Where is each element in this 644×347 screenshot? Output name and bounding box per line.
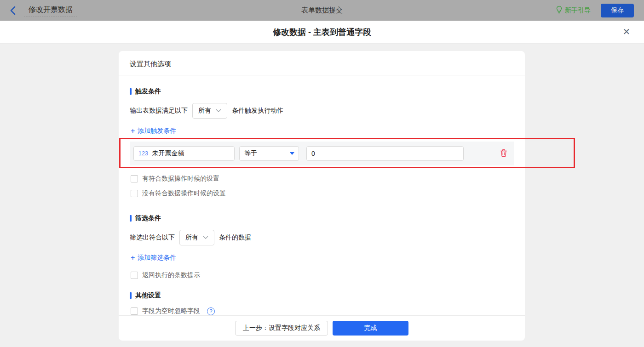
condition-value-input[interactable]: [306, 146, 464, 161]
plus-icon: +: [131, 254, 135, 262]
trigger-section-title: 触发条件: [130, 87, 514, 96]
chevron-down-icon: [216, 109, 221, 113]
condition-field-select[interactable]: 123 未开票金额: [133, 146, 235, 161]
section-accent-bar: [130, 215, 132, 222]
no-match-checkbox[interactable]: [131, 190, 138, 197]
section-accent-bar: [130, 88, 132, 95]
ignore-empty-label: 字段为空时忽略字段: [142, 307, 200, 315]
card-footer: 上一步：设置字段对应关系 完成: [119, 315, 525, 341]
section-accent-bar: [130, 292, 132, 299]
filter-sentence-suffix: 条件的数据: [219, 233, 251, 242]
has-match-label: 有符合数据操作时候的设置: [142, 175, 219, 183]
add-filter-condition-link[interactable]: + 添加筛选条件: [131, 254, 176, 262]
dialog-title: 修改数据 - 主表到普通字段: [273, 27, 371, 38]
filter-sentence-prefix: 筛选出符合以下: [130, 233, 175, 242]
condition-operator-value: 等于: [240, 149, 285, 158]
back-button[interactable]: [10, 6, 16, 15]
no-match-label: 没有符合数据操作时候的设置: [142, 189, 226, 198]
previous-step-button[interactable]: 上一步：设置字段对应关系: [235, 321, 328, 336]
chevron-left-icon: [10, 6, 16, 15]
close-icon[interactable]: ✕: [620, 25, 633, 38]
add-trigger-condition-link[interactable]: + 添加触发条件: [131, 127, 176, 135]
dialog-header: 修改数据 - 主表到普通字段 ✕: [0, 21, 644, 44]
card-title: 设置其他选项: [119, 51, 525, 75]
beginner-guide-link[interactable]: 新手引导: [556, 6, 591, 15]
trash-icon: [500, 149, 507, 159]
number-field-type-icon: 123: [138, 150, 149, 157]
topbar: 表单数据提交 修改开票数据 新手引导 保存: [0, 0, 644, 21]
count-hint-checkbox[interactable]: [131, 272, 138, 279]
count-hint-label: 返回执行的条数提示: [142, 271, 200, 279]
chevron-down-icon: [203, 236, 208, 239]
triangle-down-icon: [285, 147, 299, 160]
beginner-guide-label: 新手引导: [565, 6, 591, 15]
other-section-title: 其他设置: [130, 291, 514, 300]
done-button[interactable]: 完成: [333, 321, 408, 336]
filter-section-title: 筛选条件: [130, 214, 514, 222]
plus-icon: +: [131, 127, 135, 135]
condition-operator-select[interactable]: 等于: [239, 146, 299, 161]
ignore-empty-row: 字段为空时忽略字段 ?: [131, 307, 514, 315]
trigger-sentence-suffix: 条件触发执行动作: [232, 107, 283, 115]
topbar-center-title: 表单数据提交: [0, 6, 644, 15]
annotation-highlight-box: 123 未开票金额 等于: [119, 138, 575, 168]
has-match-checkbox[interactable]: [131, 175, 138, 182]
save-button[interactable]: 保存: [601, 4, 634, 17]
ignore-empty-checkbox[interactable]: [131, 307, 138, 315]
trigger-sentence-prefix: 输出表数据满足以下: [130, 107, 188, 115]
count-hint-row: 返回执行的条数提示: [131, 271, 514, 279]
condition-field-name: 未开票金额: [152, 149, 184, 158]
filter-match-select[interactable]: 所有: [179, 230, 214, 245]
trigger-match-select[interactable]: 所有: [192, 103, 227, 119]
dialog-body: 设置其他选项 触发条件 输出表数据满足以下 所有 条件触发执行动作 + 添加: [0, 44, 644, 347]
has-match-setting-row: 有符合数据操作时候的设置: [131, 175, 514, 183]
lightbulb-icon: [556, 6, 563, 15]
help-icon[interactable]: ?: [207, 307, 215, 315]
flow-name-editable[interactable]: 修改开票数据: [24, 4, 77, 17]
delete-condition-button[interactable]: [500, 149, 507, 159]
no-match-setting-row: 没有符合数据操作时候的设置: [131, 189, 514, 198]
options-card: 设置其他选项 触发条件 输出表数据满足以下 所有 条件触发执行动作 + 添加: [119, 51, 525, 341]
trigger-condition-row: 123 未开票金额 等于: [130, 142, 514, 165]
